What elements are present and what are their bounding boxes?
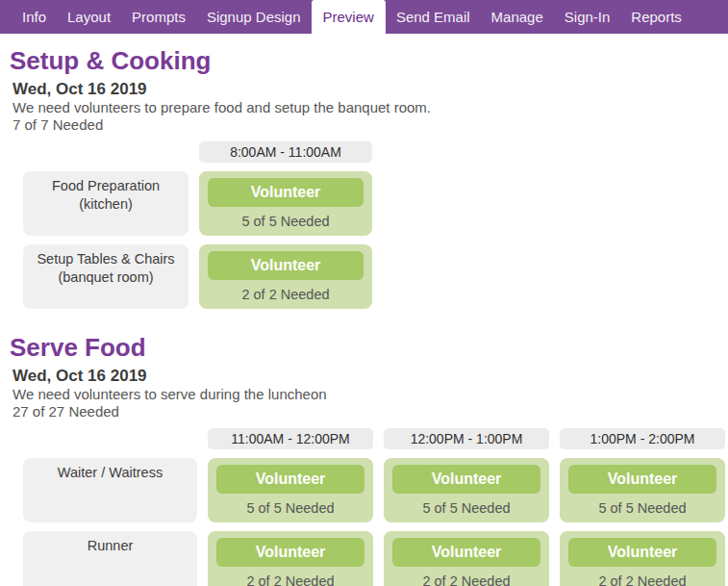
section-setup-cooking: Setup & Cooking Wed, Oct 16 2019 We need… <box>0 47 728 309</box>
row-label-setup-tables: Setup Tables & Chairs (banquet room) <box>23 244 188 309</box>
slot-needed-count: 2 of 2 Needed <box>208 573 373 586</box>
tab-prompts[interactable]: Prompts <box>121 0 196 34</box>
time-slot-header: 11:00AM - 12:00PM <box>208 428 373 449</box>
slot-cell: Volunteer 2 of 2 Needed <box>199 244 372 309</box>
volunteer-button[interactable]: Volunteer <box>216 538 364 567</box>
tab-layout[interactable]: Layout <box>57 0 121 34</box>
tab-preview[interactable]: Preview <box>312 0 386 34</box>
section-description: We need volunteers to serve during the l… <box>13 386 728 403</box>
tab-info[interactable]: Info <box>12 0 57 34</box>
volunteer-button[interactable]: Volunteer <box>208 178 364 207</box>
grid-spacer <box>23 428 197 449</box>
tab-sign-in[interactable]: Sign-In <box>554 0 621 34</box>
section-description: We need volunteers to prepare food and s… <box>13 99 728 116</box>
tab-manage[interactable]: Manage <box>481 0 554 34</box>
volunteer-button[interactable]: Volunteer <box>568 465 716 494</box>
signup-grid: 11:00AM - 12:00PM 12:00PM - 1:00PM 1:00P… <box>23 428 728 586</box>
row-label-food-preparation: Food Preparation (kitchen) <box>23 171 188 236</box>
section-serve-food: Serve Food Wed, Oct 16 2019 We need volu… <box>0 334 728 586</box>
row-label-line1: Waiter / Waitress <box>23 464 197 482</box>
volunteer-button[interactable]: Volunteer <box>392 465 540 494</box>
slot-needed-count: 5 of 5 Needed <box>208 500 373 516</box>
row-label-runner: Runner <box>23 531 197 586</box>
slot-cell: Volunteer 2 of 2 Needed <box>384 531 549 586</box>
section-title: Setup & Cooking <box>10 47 728 75</box>
volunteer-button[interactable]: Volunteer <box>208 251 364 280</box>
section-date: Wed, Oct 16 2019 <box>13 367 728 386</box>
section-needed-summary: 27 of 27 Needed <box>13 403 728 420</box>
slot-needed-count: 5 of 5 Needed <box>199 214 372 229</box>
volunteer-button[interactable]: Volunteer <box>216 465 364 494</box>
slot-cell: Volunteer 5 of 5 Needed <box>560 458 725 522</box>
section-title: Serve Food <box>10 334 728 362</box>
slot-needed-count: 2 of 2 Needed <box>199 287 372 302</box>
slot-cell: Volunteer 5 of 5 Needed <box>208 458 373 522</box>
tab-signup-design[interactable]: Signup Design <box>196 0 312 34</box>
slot-cell: Volunteer 5 of 5 Needed <box>384 458 549 522</box>
row-label-waiter-waitress: Waiter / Waitress <box>23 458 197 522</box>
tab-send-email[interactable]: Send Email <box>386 0 481 34</box>
signup-grid: 8:00AM - 11:00AM Food Preparation (kitch… <box>23 141 728 309</box>
time-slot-header: 12:00PM - 1:00PM <box>384 428 549 449</box>
slot-cell: Volunteer 5 of 5 Needed <box>199 171 372 236</box>
section-needed-summary: 7 of 7 Needed <box>13 116 728 134</box>
slot-needed-count: 2 of 2 Needed <box>560 573 725 586</box>
row-label-line1: Setup Tables & Chairs <box>23 250 188 268</box>
row-label-line1: Runner <box>23 537 197 555</box>
volunteer-button[interactable]: Volunteer <box>568 538 716 567</box>
time-slot-header: 1:00PM - 2:00PM <box>560 428 725 449</box>
slot-needed-count: 5 of 5 Needed <box>384 500 549 516</box>
section-date: Wed, Oct 16 2019 <box>13 80 728 99</box>
volunteer-button[interactable]: Volunteer <box>392 538 540 567</box>
row-label-line2: (banquet room) <box>23 268 188 287</box>
slot-cell: Volunteer 2 of 2 Needed <box>560 531 725 586</box>
top-nav: Info Layout Prompts Signup Design Previe… <box>0 0 728 34</box>
row-label-line1: Food Preparation <box>23 177 188 195</box>
slot-needed-count: 5 of 5 Needed <box>560 500 725 516</box>
slot-needed-count: 2 of 2 Needed <box>384 573 549 586</box>
slot-cell: Volunteer 2 of 2 Needed <box>208 531 373 586</box>
time-slot-header: 8:00AM - 11:00AM <box>199 141 372 163</box>
tab-reports[interactable]: Reports <box>620 0 692 34</box>
row-label-line2: (kitchen) <box>23 195 188 214</box>
grid-spacer <box>23 141 188 163</box>
